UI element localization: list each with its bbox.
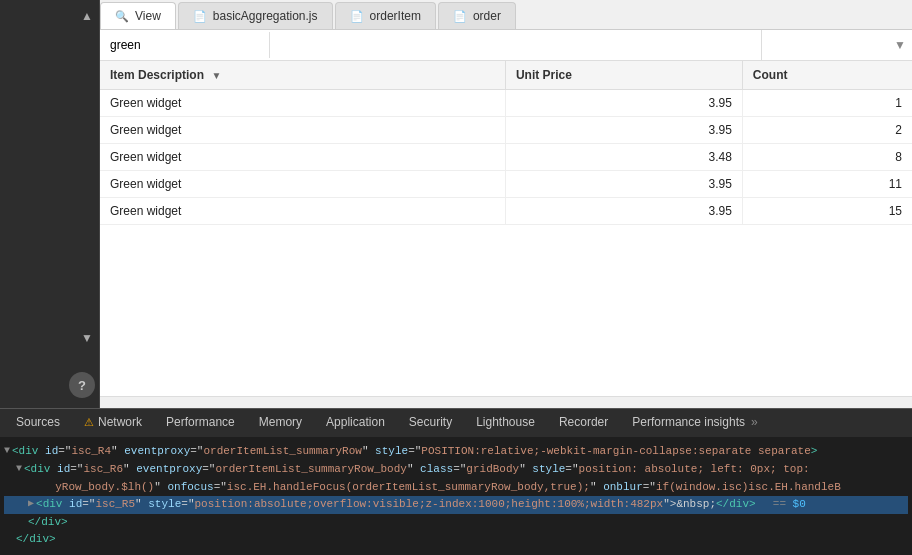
data-panel: ▼ Item Description ▼ Unit Price — [100, 30, 912, 408]
table-body: Green widget 3.95 1 Green widget 3.95 2 … — [100, 90, 912, 225]
cell-count-4: 15 — [742, 198, 912, 225]
perf-insights-label: Performance insights — [632, 415, 745, 429]
col-unitprice[interactable]: Unit Price — [505, 61, 742, 90]
table-row: Green widget 3.95 11 — [100, 171, 912, 198]
tab-order[interactable]: 📄 order — [438, 2, 516, 29]
code-line-3: <div id="isc_R5" style="position:absolut… — [4, 496, 908, 514]
horizontal-scrollbar[interactable] — [100, 396, 912, 408]
tab-orderitem[interactable]: 📄 orderItem — [335, 2, 436, 29]
memory-label: Memory — [259, 415, 302, 429]
cell-price-1: 3.95 — [505, 117, 742, 144]
filter-bar: ▼ — [100, 30, 912, 61]
tab-basicaggregation[interactable]: 📄 basicAggregation.js — [178, 2, 333, 29]
perf-insights-more: » — [751, 415, 758, 429]
filter-cell-last: ▼ — [762, 30, 912, 60]
cell-price-2: 3.48 — [505, 144, 742, 171]
orderitem-tab-icon: 📄 — [350, 10, 364, 23]
table-row: Green widget 3.95 2 — [100, 117, 912, 144]
application-label: Application — [326, 415, 385, 429]
sources-label: Sources — [16, 415, 60, 429]
scroll-arrow-up[interactable]: ▲ — [79, 8, 95, 24]
tab-view[interactable]: 🔍 View — [100, 2, 176, 29]
order-tab-icon: 📄 — [453, 10, 467, 23]
table-row: Green widget 3.48 8 — [100, 144, 912, 171]
code-line-4: </div> — [4, 514, 908, 532]
tab-order-label: order — [473, 9, 501, 23]
data-table: Item Description ▼ Unit Price Count — [100, 61, 912, 396]
cell-price-3: 3.95 — [505, 171, 742, 198]
results-table: Item Description ▼ Unit Price Count — [100, 61, 912, 225]
table-row: Green widget 3.95 1 — [100, 90, 912, 117]
col-count[interactable]: Count — [742, 61, 912, 90]
devtools-tab-sources[interactable]: Sources — [4, 409, 72, 437]
tab-bar: 🔍 View 📄 basicAggregation.js 📄 orderItem… — [100, 0, 912, 30]
scroll-arrow-down[interactable]: ▼ — [79, 330, 95, 346]
view-tab-icon: 🔍 — [115, 10, 129, 23]
devtools-tab-recorder[interactable]: Recorder — [547, 409, 620, 437]
cell-count-3: 11 — [742, 171, 912, 198]
content-area: 🔍 View 📄 basicAggregation.js 📄 orderItem… — [100, 0, 912, 408]
expand-3[interactable] — [28, 496, 34, 512]
code-panel[interactable]: <div id="isc_R4" eventproxy="orderItemLi… — [0, 437, 912, 555]
main-area: ▲ ▼ ? 🔍 View 📄 basicAggregation.js 📄 ord… — [0, 0, 912, 408]
code-line-2b: yRow_body.$lh()" onfocus="isc.EH.handleF… — [4, 479, 908, 497]
devtools-tab-network[interactable]: ⚠ Network — [72, 409, 154, 437]
filter-icon[interactable]: ▼ — [894, 38, 906, 52]
security-label: Security — [409, 415, 452, 429]
filter-cell-2 — [270, 30, 762, 60]
basicagg-tab-icon: 📄 — [193, 10, 207, 23]
filter-input[interactable] — [100, 32, 270, 58]
devtools-tab-memory[interactable]: Memory — [247, 409, 314, 437]
tab-view-label: View — [135, 9, 161, 23]
cell-description-0: Green widget — [100, 90, 505, 117]
devtools-tab-application[interactable]: Application — [314, 409, 397, 437]
recorder-label: Recorder — [559, 415, 608, 429]
col-count-label: Count — [753, 68, 788, 82]
cell-description-1: Green widget — [100, 117, 505, 144]
table-header-row: Item Description ▼ Unit Price Count — [100, 61, 912, 90]
col-description[interactable]: Item Description ▼ — [100, 61, 505, 90]
cell-count-2: 8 — [742, 144, 912, 171]
code-line-1: <div id="isc_R4" eventproxy="orderItemLi… — [4, 443, 908, 461]
performance-label: Performance — [166, 415, 235, 429]
col-unitprice-label: Unit Price — [516, 68, 572, 82]
help-button[interactable]: ? — [69, 372, 95, 398]
cell-count-0: 1 — [742, 90, 912, 117]
code-line-5: </div> — [4, 531, 908, 549]
devtools-tab-security[interactable]: Security — [397, 409, 464, 437]
left-sidebar: ▲ ▼ ? — [0, 0, 100, 408]
expand-1[interactable] — [4, 443, 10, 459]
col-description-label: Item Description — [110, 68, 204, 82]
tab-orderitem-label: orderItem — [370, 9, 421, 23]
devtools-tab-lighthouse[interactable]: Lighthouse — [464, 409, 547, 437]
cell-description-4: Green widget — [100, 198, 505, 225]
cell-count-1: 2 — [742, 117, 912, 144]
devtools-tab-perf-insights[interactable]: Performance insights » — [620, 409, 769, 437]
cell-price-4: 3.95 — [505, 198, 742, 225]
sort-arrow-description[interactable]: ▼ — [211, 70, 221, 81]
dollar-ref: == — [760, 496, 793, 514]
expand-2[interactable] — [16, 461, 22, 477]
cell-description-2: Green widget — [100, 144, 505, 171]
table-row: Green widget 3.95 15 — [100, 198, 912, 225]
cell-description-3: Green widget — [100, 171, 505, 198]
lighthouse-label: Lighthouse — [476, 415, 535, 429]
devtools-tab-performance[interactable]: Performance — [154, 409, 247, 437]
code-line-2: <div id="isc_R6" eventproxy="orderItemLi… — [4, 461, 908, 479]
tab-basicagg-label: basicAggregation.js — [213, 9, 318, 23]
cell-price-0: 3.95 — [505, 90, 742, 117]
devtools-bottom: Sources ⚠ Network Performance Memory App… — [0, 408, 912, 555]
devtools-tabs: Sources ⚠ Network Performance Memory App… — [0, 408, 912, 437]
network-warn-icon: ⚠ — [84, 416, 94, 429]
network-label: Network — [98, 415, 142, 429]
